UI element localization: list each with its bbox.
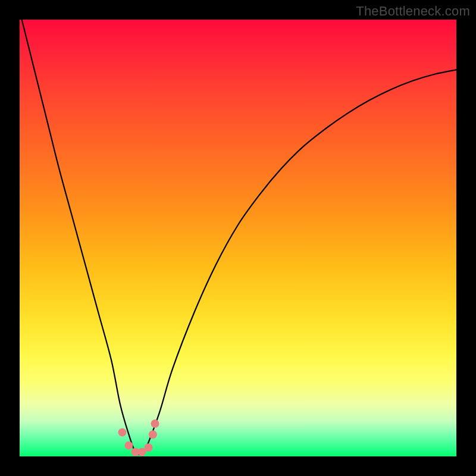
curve-marker: [149, 430, 157, 439]
plot-area: [20, 20, 456, 456]
curve-marker: [125, 441, 133, 450]
curve-marker: [145, 443, 153, 452]
chart-frame: TheBottleneck.com: [0, 0, 476, 476]
curve-marker: [118, 428, 126, 437]
bottleneck-curve: [20, 20, 456, 455]
watermark-text: TheBottleneck.com: [356, 4, 470, 19]
chart-overlay: [20, 20, 456, 456]
curve-markers: [118, 419, 159, 456]
curve-marker: [151, 419, 159, 428]
